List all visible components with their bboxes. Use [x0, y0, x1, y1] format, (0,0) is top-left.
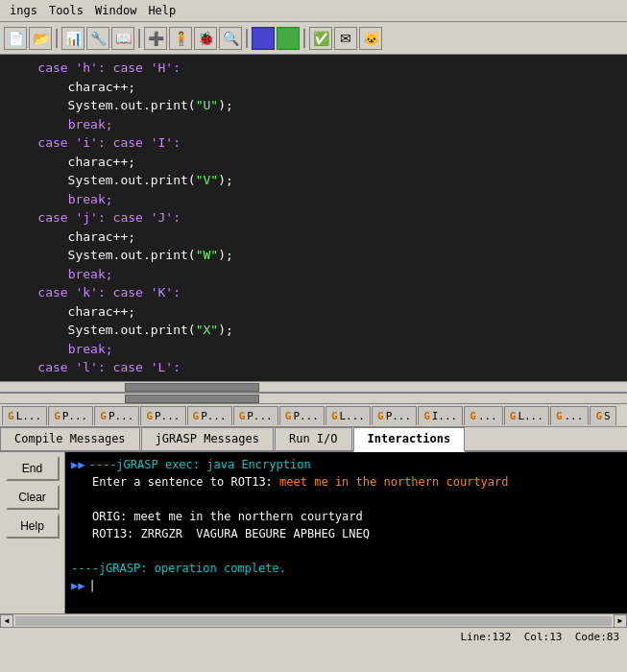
output-line-orig: ORIG: meet me in the northern courtyard: [92, 508, 621, 525]
code-line-5: case 'i': case 'I':: [8, 133, 619, 153]
exec-text: ----jGRASP exec: java Encryption: [88, 458, 310, 471]
code-line-10: charac++;: [8, 228, 619, 247]
code-line-6: charac++;: [8, 153, 619, 172]
code-line-12: break;: [8, 265, 619, 284]
code-line-4: break;: [8, 115, 619, 134]
output-line-blank2: [71, 542, 621, 560]
code-line-16: break;: [8, 340, 619, 359]
output-panel: End Clear Help ▶▶----jGRASP exec: java E…: [0, 452, 627, 613]
code-line-13: case 'k': case 'K':: [8, 283, 619, 302]
file-tab-8[interactable]: GL...: [326, 406, 371, 425]
file-tab-4[interactable]: GP...: [140, 406, 185, 425]
file-tab-3[interactable]: GP...: [94, 406, 139, 425]
help-button[interactable]: Help: [6, 514, 60, 539]
file-tab-2[interactable]: GP...: [48, 406, 93, 425]
code-line-1: case 'h': case 'H':: [8, 59, 619, 78]
status-code: Code:83: [575, 631, 619, 643]
hscroll-right-arrow[interactable]: ▶: [614, 614, 627, 628]
file-tab-7[interactable]: GP...: [279, 406, 325, 425]
code-editor[interactable]: case 'h': case 'H': charac++; System.out…: [0, 55, 627, 381]
mail-btn[interactable]: ✉: [334, 27, 357, 50]
tab-run-io[interactable]: Run I/O: [275, 427, 352, 450]
editor-hscroll-thumb[interactable]: [125, 383, 259, 392]
tab-compile-messages[interactable]: Compile Messages: [0, 427, 140, 450]
file-tab-6[interactable]: GP...: [233, 406, 278, 425]
panel-tabs: Compile Messages jGRASP Messages Run I/O…: [0, 427, 627, 452]
status-line: Line:132: [460, 631, 511, 643]
chart-btn[interactable]: 📊: [61, 27, 84, 50]
code-line-17: case 'l': case 'L':: [8, 358, 619, 377]
input-text: meet me in the northern courtyard: [279, 475, 508, 489]
hscroll-track[interactable]: [15, 616, 612, 626]
code-line-8: break;: [8, 190, 619, 209]
code-line-14: charac++;: [8, 302, 619, 322]
person-btn[interactable]: 🧍: [169, 27, 192, 50]
file-tab-1[interactable]: GL...: [2, 406, 47, 425]
arrow-icon-1: ▶▶: [71, 458, 84, 471]
toolbar-sep-4: [303, 29, 305, 48]
cat-btn[interactable]: 🐱: [359, 27, 382, 50]
toolbar-sep-3: [246, 29, 248, 48]
hscroll-left-arrow[interactable]: ◀: [0, 614, 13, 628]
add-btn[interactable]: ➕: [144, 27, 167, 50]
toolbar: 📄 📂 📊 🔧 📖 ➕ 🧍 🐞 🔍 ✅ ✉ 🐱: [0, 22, 627, 55]
status-col: Col:13: [524, 631, 563, 643]
menubar: ings Tools Window Help: [0, 0, 627, 22]
code-line-2: charac++;: [8, 78, 619, 97]
toolbar-sep-2: [138, 29, 140, 48]
code-line-9: case 'j': case 'J':: [8, 208, 619, 228]
editor-hscroll2-thumb[interactable]: [125, 395, 259, 403]
menu-help[interactable]: Help: [142, 2, 181, 19]
file-tab-11[interactable]: G...: [464, 406, 503, 425]
output-hscroll[interactable]: ◀ ▶: [0, 613, 627, 627]
code-line-15: System.out.print("X");: [8, 321, 619, 340]
editor-hscroll[interactable]: [0, 381, 627, 393]
output-line-input: Enter a sentence to ROT13: meet me in th…: [92, 473, 621, 491]
check-btn[interactable]: ✅: [309, 27, 332, 50]
toolbar-sep-1: [56, 29, 58, 48]
output-line-exec: ▶▶----jGRASP exec: java Encryption: [71, 456, 621, 473]
bug-btn[interactable]: 🐞: [194, 27, 217, 50]
output-line-cursor: ▶▶|: [71, 577, 621, 594]
output-content[interactable]: ▶▶----jGRASP exec: java Encryption Enter…: [65, 452, 627, 613]
tab-interactions[interactable]: Interactions: [353, 427, 466, 452]
new-file-btn[interactable]: 📄: [4, 27, 27, 50]
hierarchy-btn[interactable]: 🔧: [86, 27, 109, 50]
cursor-text: |: [88, 579, 95, 592]
search-btn[interactable]: 🔍: [219, 27, 242, 50]
open-file-btn[interactable]: 📂: [29, 27, 52, 50]
code-line-3: System.out.print("U");: [8, 96, 619, 115]
arrow-icon-2: ▶▶: [71, 579, 84, 592]
complete-text: ----jGRASP: operation complete.: [71, 562, 286, 575]
rect-blue-btn[interactable]: [252, 27, 275, 50]
file-tab-9[interactable]: GP...: [372, 406, 417, 425]
book-btn[interactable]: 📖: [111, 27, 134, 50]
menu-ings[interactable]: ings: [4, 2, 43, 19]
output-line-rot13: ROT13: ZRRGZR VAGURA BEGURE APBHEG LNEQ: [92, 525, 621, 542]
menu-tools[interactable]: Tools: [43, 2, 89, 19]
code-line-11: System.out.print("W");: [8, 246, 619, 265]
output-sidebar: End Clear Help: [0, 452, 65, 613]
file-tab-12[interactable]: GL...: [504, 406, 549, 425]
file-tab-13[interactable]: G...: [550, 406, 590, 425]
end-button[interactable]: End: [6, 456, 60, 481]
menu-window[interactable]: Window: [89, 2, 142, 19]
code-line-7: System.out.print("V");: [8, 171, 619, 190]
status-bar: Line:132 Col:13 Code:83: [0, 627, 627, 646]
output-line-blank1: [71, 491, 621, 508]
rect-green-btn[interactable]: [277, 27, 300, 50]
prompt-text: Enter a sentence to ROT13:: [92, 475, 279, 489]
file-tab-10[interactable]: GI...: [418, 406, 463, 425]
file-tab-14[interactable]: GS: [590, 406, 615, 425]
output-line-complete: ----jGRASP: operation complete.: [71, 560, 621, 577]
file-tab-5[interactable]: GP...: [187, 406, 232, 425]
editor-hscroll2[interactable]: [0, 393, 627, 404]
tab-jgrasp-messages[interactable]: jGRASP Messages: [141, 427, 274, 450]
file-tabs: GL... GP... GP... GP... GP... GP... GP..…: [0, 404, 627, 427]
clear-button[interactable]: Clear: [6, 485, 60, 510]
